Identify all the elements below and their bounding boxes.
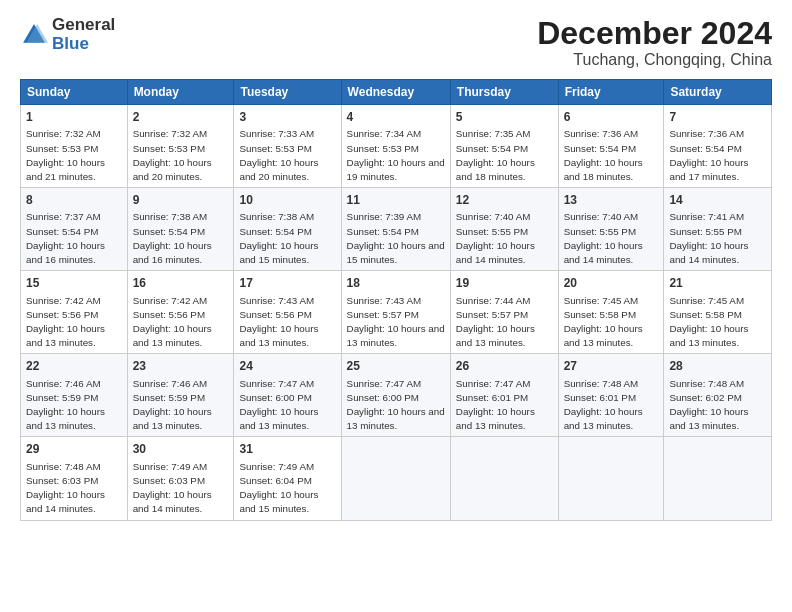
day-number: 15: [26, 275, 122, 291]
day-number: 22: [26, 358, 122, 374]
day-info: Sunrise: 7:46 AMSunset: 5:59 PMDaylight:…: [133, 378, 212, 432]
day-number: 23: [133, 358, 229, 374]
week-row-1: 1Sunrise: 7:32 AMSunset: 5:53 PMDaylight…: [21, 105, 772, 188]
day-number: 2: [133, 109, 229, 125]
week-row-4: 22Sunrise: 7:46 AMSunset: 5:59 PMDayligh…: [21, 354, 772, 437]
day-cell: [341, 437, 450, 520]
day-cell: 30Sunrise: 7:49 AMSunset: 6:03 PMDayligh…: [127, 437, 234, 520]
day-cell: 7Sunrise: 7:36 AMSunset: 5:54 PMDaylight…: [664, 105, 772, 188]
day-number: 20: [564, 275, 659, 291]
day-cell: 23Sunrise: 7:46 AMSunset: 5:59 PMDayligh…: [127, 354, 234, 437]
week-row-3: 15Sunrise: 7:42 AMSunset: 5:56 PMDayligh…: [21, 271, 772, 354]
day-cell: 24Sunrise: 7:47 AMSunset: 6:00 PMDayligh…: [234, 354, 341, 437]
day-cell: 17Sunrise: 7:43 AMSunset: 5:56 PMDayligh…: [234, 271, 341, 354]
day-number: 9: [133, 192, 229, 208]
header-row: Sunday Monday Tuesday Wednesday Thursday…: [21, 80, 772, 105]
day-cell: 14Sunrise: 7:41 AMSunset: 5:55 PMDayligh…: [664, 188, 772, 271]
day-info: Sunrise: 7:36 AMSunset: 5:54 PMDaylight:…: [669, 128, 748, 182]
header-monday: Monday: [127, 80, 234, 105]
day-info: Sunrise: 7:38 AMSunset: 5:54 PMDaylight:…: [239, 211, 318, 265]
day-cell: 2Sunrise: 7:32 AMSunset: 5:53 PMDaylight…: [127, 105, 234, 188]
day-cell: 22Sunrise: 7:46 AMSunset: 5:59 PMDayligh…: [21, 354, 128, 437]
day-cell: 27Sunrise: 7:48 AMSunset: 6:01 PMDayligh…: [558, 354, 664, 437]
day-info: Sunrise: 7:40 AMSunset: 5:55 PMDaylight:…: [456, 211, 535, 265]
day-info: Sunrise: 7:36 AMSunset: 5:54 PMDaylight:…: [564, 128, 643, 182]
day-number: 17: [239, 275, 335, 291]
header-tuesday: Tuesday: [234, 80, 341, 105]
day-info: Sunrise: 7:47 AMSunset: 6:00 PMDaylight:…: [239, 378, 318, 432]
day-cell: 25Sunrise: 7:47 AMSunset: 6:00 PMDayligh…: [341, 354, 450, 437]
day-info: Sunrise: 7:48 AMSunset: 6:01 PMDaylight:…: [564, 378, 643, 432]
day-number: 7: [669, 109, 766, 125]
header-sunday: Sunday: [21, 80, 128, 105]
day-info: Sunrise: 7:49 AMSunset: 6:03 PMDaylight:…: [133, 461, 212, 515]
day-info: Sunrise: 7:49 AMSunset: 6:04 PMDaylight:…: [239, 461, 318, 515]
day-cell: 20Sunrise: 7:45 AMSunset: 5:58 PMDayligh…: [558, 271, 664, 354]
day-info: Sunrise: 7:40 AMSunset: 5:55 PMDaylight:…: [564, 211, 643, 265]
day-number: 26: [456, 358, 553, 374]
day-number: 8: [26, 192, 122, 208]
day-info: Sunrise: 7:45 AMSunset: 5:58 PMDaylight:…: [564, 295, 643, 349]
day-cell: 18Sunrise: 7:43 AMSunset: 5:57 PMDayligh…: [341, 271, 450, 354]
day-info: Sunrise: 7:47 AMSunset: 6:01 PMDaylight:…: [456, 378, 535, 432]
day-number: 25: [347, 358, 445, 374]
day-number: 11: [347, 192, 445, 208]
day-info: Sunrise: 7:48 AMSunset: 6:03 PMDaylight:…: [26, 461, 105, 515]
day-number: 30: [133, 441, 229, 457]
day-info: Sunrise: 7:48 AMSunset: 6:02 PMDaylight:…: [669, 378, 748, 432]
calendar-title: December 2024: [537, 16, 772, 51]
day-number: 10: [239, 192, 335, 208]
calendar-subtitle: Tuchang, Chongqing, China: [537, 51, 772, 69]
day-cell: 4Sunrise: 7:34 AMSunset: 5:53 PMDaylight…: [341, 105, 450, 188]
logo-general: General: [52, 16, 115, 35]
day-number: 16: [133, 275, 229, 291]
day-cell: 31Sunrise: 7:49 AMSunset: 6:04 PMDayligh…: [234, 437, 341, 520]
header-wednesday: Wednesday: [341, 80, 450, 105]
day-number: 14: [669, 192, 766, 208]
day-number: 6: [564, 109, 659, 125]
day-number: 28: [669, 358, 766, 374]
day-info: Sunrise: 7:47 AMSunset: 6:00 PMDaylight:…: [347, 378, 445, 432]
logo-icon: [20, 21, 48, 49]
day-cell: 10Sunrise: 7:38 AMSunset: 5:54 PMDayligh…: [234, 188, 341, 271]
day-cell: 19Sunrise: 7:44 AMSunset: 5:57 PMDayligh…: [450, 271, 558, 354]
logo-text: General Blue: [52, 16, 115, 53]
day-cell: 3Sunrise: 7:33 AMSunset: 5:53 PMDaylight…: [234, 105, 341, 188]
day-cell: 8Sunrise: 7:37 AMSunset: 5:54 PMDaylight…: [21, 188, 128, 271]
day-number: 21: [669, 275, 766, 291]
header: General Blue December 2024 Tuchang, Chon…: [20, 16, 772, 69]
day-info: Sunrise: 7:35 AMSunset: 5:54 PMDaylight:…: [456, 128, 535, 182]
day-cell: 9Sunrise: 7:38 AMSunset: 5:54 PMDaylight…: [127, 188, 234, 271]
week-row-2: 8Sunrise: 7:37 AMSunset: 5:54 PMDaylight…: [21, 188, 772, 271]
day-info: Sunrise: 7:38 AMSunset: 5:54 PMDaylight:…: [133, 211, 212, 265]
day-info: Sunrise: 7:43 AMSunset: 5:56 PMDaylight:…: [239, 295, 318, 349]
day-number: 4: [347, 109, 445, 125]
day-cell: [450, 437, 558, 520]
day-cell: 21Sunrise: 7:45 AMSunset: 5:58 PMDayligh…: [664, 271, 772, 354]
day-number: 27: [564, 358, 659, 374]
day-info: Sunrise: 7:45 AMSunset: 5:58 PMDaylight:…: [669, 295, 748, 349]
header-saturday: Saturday: [664, 80, 772, 105]
day-info: Sunrise: 7:32 AMSunset: 5:53 PMDaylight:…: [26, 128, 105, 182]
logo: General Blue: [20, 16, 115, 53]
day-info: Sunrise: 7:42 AMSunset: 5:56 PMDaylight:…: [133, 295, 212, 349]
day-cell: 5Sunrise: 7:35 AMSunset: 5:54 PMDaylight…: [450, 105, 558, 188]
day-number: 18: [347, 275, 445, 291]
day-info: Sunrise: 7:44 AMSunset: 5:57 PMDaylight:…: [456, 295, 535, 349]
day-info: Sunrise: 7:37 AMSunset: 5:54 PMDaylight:…: [26, 211, 105, 265]
page: General Blue December 2024 Tuchang, Chon…: [0, 0, 792, 612]
day-info: Sunrise: 7:39 AMSunset: 5:54 PMDaylight:…: [347, 211, 445, 265]
day-info: Sunrise: 7:33 AMSunset: 5:53 PMDaylight:…: [239, 128, 318, 182]
calendar-table: Sunday Monday Tuesday Wednesday Thursday…: [20, 79, 772, 520]
day-info: Sunrise: 7:34 AMSunset: 5:53 PMDaylight:…: [347, 128, 445, 182]
day-cell: 16Sunrise: 7:42 AMSunset: 5:56 PMDayligh…: [127, 271, 234, 354]
day-info: Sunrise: 7:42 AMSunset: 5:56 PMDaylight:…: [26, 295, 105, 349]
week-row-5: 29Sunrise: 7:48 AMSunset: 6:03 PMDayligh…: [21, 437, 772, 520]
day-cell: 28Sunrise: 7:48 AMSunset: 6:02 PMDayligh…: [664, 354, 772, 437]
day-cell: 26Sunrise: 7:47 AMSunset: 6:01 PMDayligh…: [450, 354, 558, 437]
day-info: Sunrise: 7:41 AMSunset: 5:55 PMDaylight:…: [669, 211, 748, 265]
day-cell: [558, 437, 664, 520]
title-block: December 2024 Tuchang, Chongqing, China: [537, 16, 772, 69]
day-cell: [664, 437, 772, 520]
day-number: 5: [456, 109, 553, 125]
